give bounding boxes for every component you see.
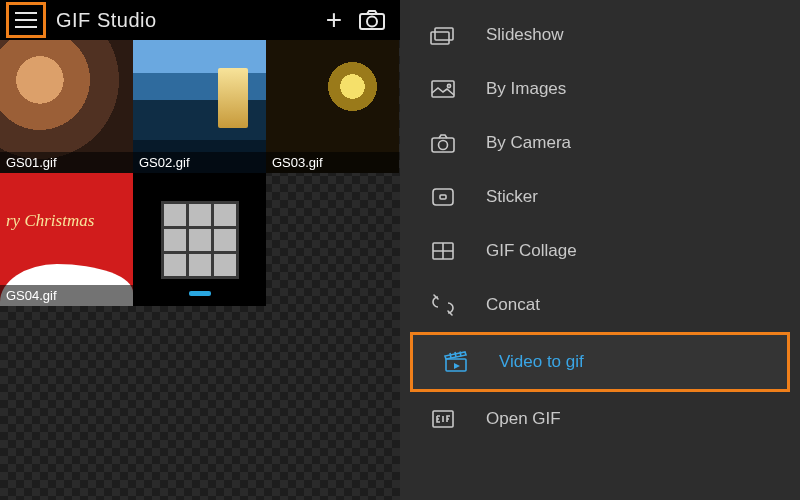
menu-item-video-to-gif[interactable]: Video to gif [413,335,787,389]
menu-item-label: Slideshow [486,25,564,45]
menu-item-by-images[interactable]: By Images [400,62,800,116]
thumb-caption: GS04.gif [0,285,133,306]
side-menu: Slideshow By Images By Camera [400,0,800,500]
menu-item-label: Concat [486,295,540,315]
menu-item-by-camera[interactable]: By Camera [400,116,800,170]
menu-item-open-gif[interactable]: Open GIF [400,392,800,446]
thumb-collage[interactable] [133,173,266,306]
thumb-gs02[interactable]: GS02.gif [133,40,266,173]
menu-highlight-box: Video to gif [410,332,790,392]
camera-icon[interactable] [358,9,386,31]
clapper-icon [441,350,471,374]
thumb-caption: GS02.gif [133,152,266,173]
thumb-caption: GS01.gif [0,152,133,173]
app-title: GIF Studio [56,9,316,32]
menu-item-label: Open GIF [486,409,561,429]
gif-grid[interactable]: GS01.gif GS02.gif GS03.gif ry Christmas … [0,40,400,500]
open-gif-icon [428,407,458,431]
menu-item-label: Video to gif [499,352,584,372]
drag-handle-icon [189,291,211,296]
menu-highlight-box [6,2,46,38]
stack-icon [428,23,458,47]
menu-item-sticker[interactable]: Sticker [400,170,800,224]
thumb-gs04[interactable]: ry Christmas GS04.gif [0,173,133,306]
svg-rect-3 [435,28,453,40]
menu-item-label: By Camera [486,133,571,153]
titlebar: GIF Studio + [0,0,400,40]
thumb-overlay-text: ry Christmas [6,211,94,231]
concat-icon [428,293,458,317]
hamburger-icon[interactable] [15,12,37,28]
menu-item-slideshow[interactable]: Slideshow [400,8,800,62]
thumb-gs03[interactable]: GS03.gif [266,40,399,173]
sticker-icon [428,185,458,209]
svg-rect-8 [433,189,453,205]
thumb-caption: GS03.gif [266,152,399,173]
titlebar-actions: + [326,6,394,34]
menu-item-label: GIF Collage [486,241,577,261]
menu-item-label: Sticker [486,187,538,207]
svg-rect-4 [432,81,454,97]
menu-item-label: By Images [486,79,566,99]
menu-item-gif-collage[interactable]: GIF Collage [400,224,800,278]
menu-item-concat[interactable]: Concat [400,278,800,332]
svg-point-1 [367,17,377,27]
thumb-gs01[interactable]: GS01.gif [0,40,133,173]
image-icon [428,77,458,101]
svg-point-7 [439,141,448,150]
camera-icon [428,131,458,155]
svg-point-5 [447,84,450,87]
svg-rect-9 [440,195,446,199]
main-gallery-panel: GIF Studio + GS01.gif GS02.gif GS03.gif … [0,0,400,500]
grid-icon [161,201,239,279]
svg-rect-2 [431,32,449,44]
plus-icon[interactable]: + [326,6,342,34]
collage-icon [428,239,458,263]
